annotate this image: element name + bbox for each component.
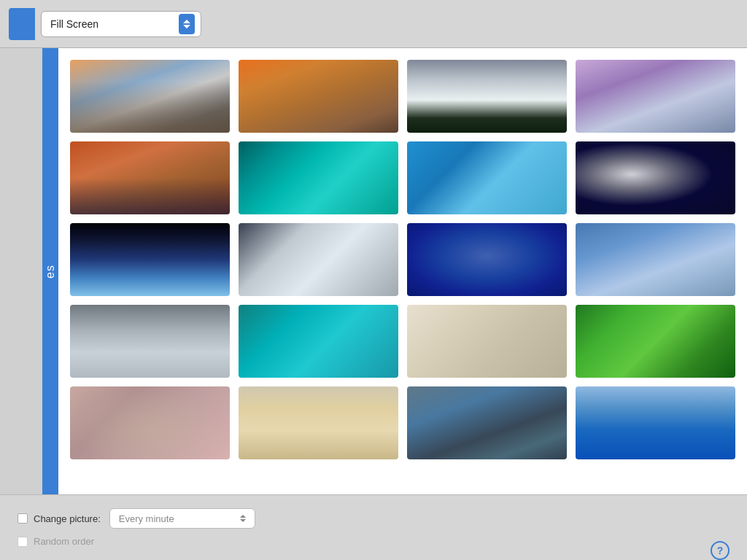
change-picture-checkbox[interactable] [18,513,28,524]
wallpaper-item[interactable] [407,141,567,214]
wallpaper-grid [70,60,735,459]
interval-arrow-down-icon [240,519,246,522]
random-order-checkbox-container[interactable]: Random order [18,536,94,547]
top-bar: Fill Screen [0,0,747,48]
arrow-down-icon [183,25,190,28]
help-button[interactable]: ? [711,541,729,560]
random-order-checkbox[interactable] [18,537,28,547]
bottom-controls: Change picture: Every minute Random orde… [18,508,699,547]
random-order-label: Random order [34,536,94,547]
interval-arrow-up-icon [240,515,246,518]
change-picture-checkbox-container[interactable]: Change picture: [18,513,101,524]
change-picture-label: Change picture: [34,513,101,524]
sidebar-blue-tab: es [42,48,58,494]
blue-tab-icon [9,8,35,40]
wallpaper-item[interactable] [239,141,398,214]
fill-screen-dropdown[interactable]: Fill Screen [41,11,201,37]
wallpaper-grid-container [58,48,747,494]
random-order-row: Random order [18,536,699,547]
wallpaper-item[interactable] [576,386,735,459]
wallpaper-item[interactable] [407,60,567,133]
arrow-up-icon [183,20,190,23]
interval-value-label: Every minute [119,513,231,524]
wallpaper-item[interactable] [407,305,567,378]
wallpaper-item[interactable] [576,141,735,214]
wallpaper-item[interactable] [576,223,735,296]
wallpaper-item[interactable] [239,305,398,378]
wallpaper-item[interactable] [239,386,398,459]
wallpaper-item[interactable] [70,386,230,459]
wallpaper-item[interactable] [576,305,735,378]
main-content: es [0,48,747,494]
sidebar-label: es [44,265,57,279]
wallpaper-item[interactable] [407,386,567,459]
dropdown-arrows-icon [179,14,195,34]
interval-dropdown[interactable]: Every minute [109,508,255,529]
wallpaper-item[interactable] [70,60,230,133]
wallpaper-item[interactable] [239,223,398,296]
wallpaper-item[interactable] [70,223,230,296]
wallpaper-item[interactable] [576,60,735,133]
wallpaper-item[interactable] [70,141,230,214]
interval-arrows-icon [237,515,249,522]
wallpaper-item[interactable] [70,305,230,378]
wallpaper-item[interactable] [239,60,398,133]
bottom-bar: Change picture: Every minute Random orde… [0,494,747,560]
wallpaper-item[interactable] [407,223,567,296]
change-picture-row: Change picture: Every minute [18,508,699,529]
fill-screen-label: Fill Screen [50,18,173,30]
sidebar: es [0,48,58,494]
